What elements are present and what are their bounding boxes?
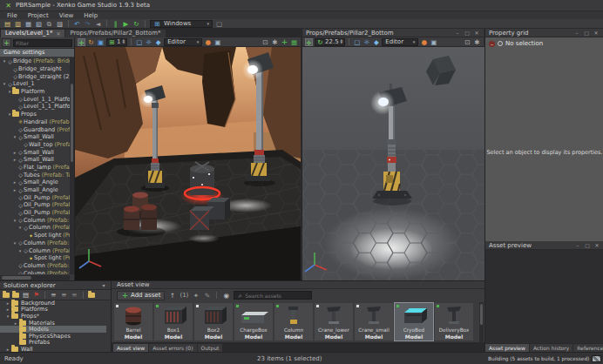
new-file-icon[interactable]: ▤ <box>3 20 11 28</box>
hierarchy-item[interactable]: ▾◇Level_1 <box>0 80 70 88</box>
minimize-icon[interactable]: – <box>574 242 581 248</box>
menu-file[interactable]: File <box>7 12 17 19</box>
tab-output[interactable]: Output <box>198 344 223 352</box>
render-mode-selector[interactable]: Editor ▾ <box>164 38 202 46</box>
float-icon[interactable]: ▢ <box>464 30 471 36</box>
light-gizmo-icon[interactable]: ☼ <box>145 38 152 46</box>
tab-levels-level-1-[interactable]: Levels/Level_1*✕ <box>1 30 64 37</box>
frame-icon[interactable]: ▦ <box>290 38 298 46</box>
camera-preview-icon[interactable]: ▣ <box>430 38 437 46</box>
asset-search-input[interactable] <box>245 293 306 299</box>
tab-action-history[interactable]: Action history <box>530 344 573 352</box>
game-settings-item[interactable]: Game settings <box>0 49 74 57</box>
prefab-editor-header[interactable]: Props/Prefabs/Pillar2_Bottom – ▢ ✕ <box>302 29 484 37</box>
hierarchy-item[interactable]: ✦Spot light(Prefab: Pillar2) <box>0 232 70 239</box>
hierarchy-filter-input[interactable] <box>13 39 72 47</box>
snap-stepper[interactable]: ▲▼ <box>341 39 343 45</box>
hierarchy-item[interactable]: ◇Flat_lamp(Prefab: FlatLamp) <box>0 164 70 172</box>
asset-preview-header[interactable]: Asset preview – ▢ ✕ <box>485 241 603 250</box>
redo-icon[interactable]: ↷ <box>84 20 91 28</box>
scale-gizmo-icon[interactable]: ▣ <box>97 38 105 46</box>
viewport-settings-icon[interactable]: ✱ <box>473 38 481 46</box>
rotate-snap-control[interactable]: ↻ 22.5 ▲▼ <box>315 38 345 46</box>
tab-asset-errors-0-[interactable]: Asset errors (0) <box>149 344 196 352</box>
asset-preview-body[interactable] <box>485 250 603 343</box>
asset-tile-crane_small[interactable]: Crane_smallModel <box>354 302 394 341</box>
float-icon[interactable]: ▢ <box>584 242 591 248</box>
add-entity-button[interactable]: + <box>2 38 11 47</box>
undo-icon[interactable]: ↶ <box>73 20 81 28</box>
expander-icon[interactable]: ▾ <box>5 313 10 319</box>
template-folder-icon[interactable] <box>88 293 95 298</box>
float-icon[interactable]: ▢ <box>583 30 590 36</box>
add-entity-icon[interactable]: + <box>281 38 288 46</box>
asset-tile-column[interactable]: ColumnModel <box>274 302 314 341</box>
menu-view[interactable]: View <box>59 12 74 19</box>
asset-tile-deliverybox[interactable]: DeliveryBoxModel <box>434 302 474 341</box>
solution-item-prefabs[interactable]: Prefabs <box>0 340 106 347</box>
menu-help[interactable]: Help <box>84 12 98 19</box>
hierarchy-item[interactable]: ◇Bridge_straight (2) <box>0 72 70 80</box>
hierarchy-item[interactable]: ◇Tubes(Prefab: Tubes) <box>0 171 70 179</box>
translate-gizmo-icon[interactable]: ✛ <box>78 38 85 46</box>
asset-tile-box1[interactable]: Box1Model <box>153 302 193 341</box>
tab-asset-preview[interactable]: Asset preview <box>485 344 529 352</box>
close-icon[interactable]: ✕ <box>56 30 60 37</box>
asset-view-scrollbar[interactable] <box>479 302 484 343</box>
hierarchy-item[interactable]: ◇Oil_Pump(Prefab: OilPump) <box>0 209 70 217</box>
solution-item-background[interactable]: ▸Background <box>0 300 106 307</box>
camera-gizmo-icon[interactable]: ▢ <box>135 38 143 46</box>
sort-az-icon[interactable]: ≡ <box>50 291 58 299</box>
restart-icon[interactable]: ↻ <box>132 20 140 28</box>
asset-tile-crane_lower[interactable]: Crane_lowerModel <box>314 302 354 341</box>
solution-item-physicsshapes[interactable]: PhysicsShapes <box>0 333 106 340</box>
open-project-icon[interactable]: ▥ <box>14 20 22 28</box>
title-bar[interactable]: ✕ PBRSample - Xenko Game Studio 1.9.3 be… <box>0 0 603 11</box>
asset-tile-box2[interactable]: Box2Model <box>193 302 234 341</box>
solution-explorer-header[interactable]: Solution explorer ▾ <box>0 281 111 290</box>
chevron-down-icon[interactable]: ▾ <box>100 282 107 288</box>
minimize-icon[interactable]: – <box>454 30 461 36</box>
solution-item-wall[interactable]: ▸Wall <box>0 346 106 352</box>
page-icon[interactable]: ▤ <box>22 291 30 299</box>
hierarchy-item[interactable]: ▾◇Small_Wall <box>0 133 70 141</box>
paste-icon[interactable]: ▨ <box>56 20 64 28</box>
hierarchy-item[interactable]: ◇Oil_Pump(Prefab: OilPump) <box>0 201 70 209</box>
new-folder-icon[interactable] <box>3 293 10 298</box>
solution-item-materials[interactable]: ▸Materials <box>0 320 106 327</box>
magic-wand-icon[interactable]: ✦ <box>192 292 200 300</box>
expander-icon[interactable]: ▸ <box>13 320 18 326</box>
sort-type-icon[interactable]: ≡ <box>60 291 68 299</box>
copy-icon[interactable]: ⧉ <box>45 20 53 28</box>
material-mode-icon[interactable]: ● <box>420 38 428 46</box>
hierarchy-item[interactable]: ▾Platform <box>0 88 70 96</box>
screenshot-icon[interactable]: ⊡ <box>464 38 471 46</box>
hierarchy-item[interactable]: ☼Handrail(Prefab: Handrail) <box>0 118 70 126</box>
save-icon[interactable]: ▦ <box>24 20 32 28</box>
hierarchy-item[interactable]: ✦Spot light(Prefab: Pillar2) <box>0 254 70 262</box>
hierarchy-item[interactable]: ▾◇Column(Prefab: Pillar2) <box>0 224 70 232</box>
add-asset-button[interactable]: + Add asset <box>117 291 165 300</box>
scene-3d-canvas[interactable] <box>75 47 301 280</box>
viewport-settings-icon[interactable]: ✱ <box>271 38 279 46</box>
hierarchy-item[interactable]: ◇Column(Prefab: Pillar2 Bottom) <box>0 262 70 270</box>
asset-tile-barrel[interactable]: BarrelModel <box>113 302 153 341</box>
import-icon[interactable]: ↑ <box>168 292 176 300</box>
tab-asset-view[interactable]: Asset view <box>113 344 148 352</box>
close-icon[interactable]: ✕ <box>593 242 600 248</box>
hierarchy-item[interactable]: ▸◇Small_Angle <box>0 186 70 194</box>
sound-gizmo-icon[interactable]: ◆ <box>154 38 162 46</box>
brush-icon[interactable]: ✎ <box>203 292 211 300</box>
screenshot-icon[interactable]: ⊡ <box>261 38 269 46</box>
platform-selector[interactable]: ⊞ Windows ▾ <box>150 20 213 28</box>
solution-item-platforms[interactable]: ▸Platforms <box>0 307 106 313</box>
hierarchy-vertical-scrollbar[interactable] <box>70 57 74 274</box>
prefab-3d-canvas[interactable] <box>302 47 484 280</box>
sound-gizmo-icon[interactable]: ◆ <box>372 38 380 46</box>
expander-icon[interactable]: ▸ <box>5 300 10 306</box>
hierarchy-item[interactable]: ◇Bridge_straight <box>0 65 70 73</box>
minimize-icon[interactable]: – <box>573 30 580 36</box>
asset-tile-chargebox[interactable]: ChargeBoxModel <box>234 302 274 341</box>
tab-references[interactable]: References <box>573 344 603 352</box>
hierarchy-item[interactable]: ◇Level_1_1_PlatformBorder <box>0 95 70 103</box>
